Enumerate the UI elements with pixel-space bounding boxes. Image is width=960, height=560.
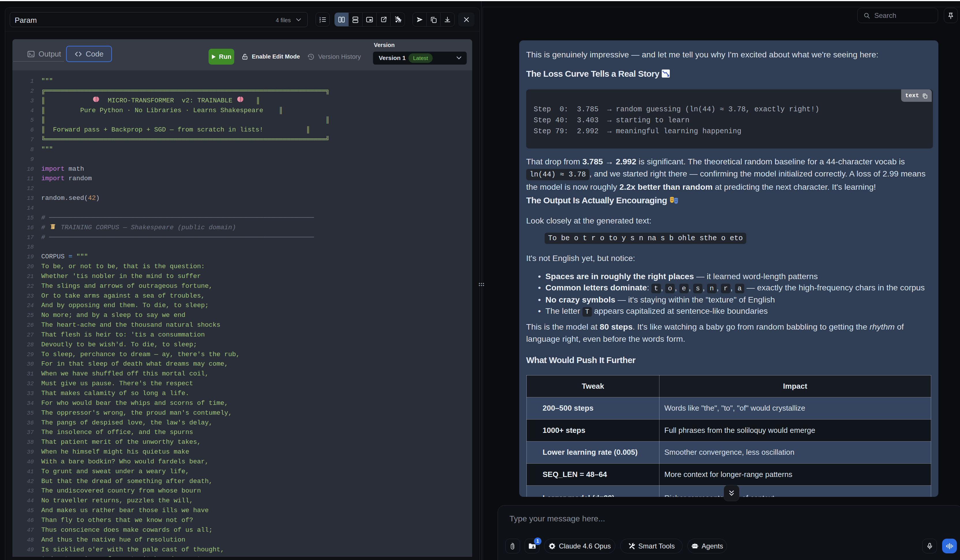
svg-text:3: 3	[319, 21, 320, 23]
